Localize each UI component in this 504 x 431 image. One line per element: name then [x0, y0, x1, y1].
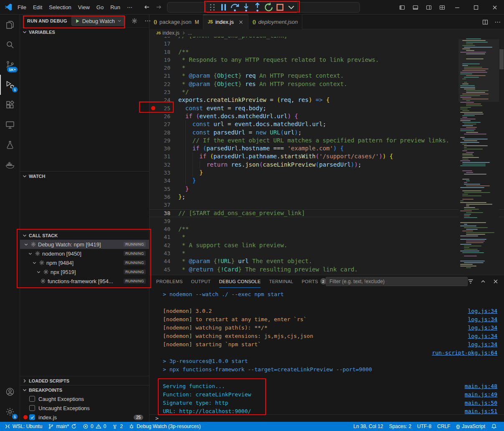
- gutter-glyph-margin[interactable]: [149, 120, 157, 128]
- console-source-link[interactable]: run-script-pkg.js:64: [432, 349, 497, 357]
- notifications[interactable]: [488, 422, 500, 431]
- encoding[interactable]: UTF-8: [414, 422, 434, 431]
- activity-settings[interactable]: 1: [0, 402, 20, 422]
- customize-layout-icon[interactable]: [439, 4, 446, 11]
- gutter-glyph-margin[interactable]: [149, 169, 157, 177]
- debug-console-input[interactable]: >: [149, 414, 504, 422]
- gutter-glyph-margin[interactable]: [149, 257, 157, 265]
- gutter-glyph-margin[interactable]: [149, 56, 157, 64]
- gutter-glyph-margin[interactable]: [149, 193, 157, 201]
- menu-run[interactable]: Run: [107, 3, 124, 12]
- gutter-glyph-margin[interactable]: [149, 88, 157, 96]
- remote-indicator[interactable]: WSL: Ubuntu: [2, 422, 45, 431]
- maximize-button[interactable]: [466, 0, 485, 15]
- menu-selection[interactable]: Selection: [46, 3, 74, 12]
- breakpoint-item[interactable]: Uncaught Exceptions: [20, 403, 149, 413]
- tab-package-json[interactable]: {}package.jsonM: [149, 15, 203, 29]
- breakpoint-checkbox[interactable]: [29, 405, 35, 411]
- activity-remote-explorer[interactable]: [0, 115, 20, 135]
- step-over-button[interactable]: [230, 3, 240, 12]
- views-more-icon[interactable]: ⋯: [144, 17, 151, 25]
- tab-deployment-json[interactable]: {}deployment.json: [248, 15, 302, 29]
- console-source-link[interactable]: log.js:34: [468, 324, 497, 332]
- activity-run-and-debug[interactable]: 1: [0, 75, 20, 95]
- filter-input[interactable]: [329, 279, 464, 284]
- menu-go[interactable]: Go: [93, 3, 107, 12]
- gutter-glyph-margin[interactable]: [149, 241, 157, 249]
- call-stack-session[interactable]: npx [9519]RUNNING: [20, 267, 149, 276]
- gutter-glyph-margin[interactable]: [149, 209, 157, 217]
- maximize-panel-icon[interactable]: [480, 278, 486, 285]
- panel-tab-terminal[interactable]: TERMINAL: [269, 275, 293, 288]
- section-variables[interactable]: VARIABLES: [20, 27, 149, 36]
- breadcrumb-file[interactable]: index.js: [162, 30, 180, 36]
- language-mode[interactable]: {}JavaScript: [453, 422, 488, 431]
- menu-more[interactable]: ⋯: [124, 3, 136, 12]
- step-out-button[interactable]: [252, 3, 263, 12]
- menu-edit[interactable]: Edit: [30, 3, 46, 12]
- restart-button[interactable]: [263, 3, 274, 12]
- gutter-glyph-margin[interactable]: [149, 80, 157, 88]
- gutter-glyph-margin[interactable]: [149, 177, 157, 185]
- activity-extensions[interactable]: [0, 95, 20, 115]
- console-source-link[interactable]: main.js:50: [465, 399, 497, 407]
- console-source-link[interactable]: log.js:34: [468, 315, 497, 324]
- editor-scrollbar[interactable]: [499, 49, 504, 69]
- close-window-button[interactable]: [485, 0, 504, 15]
- close-tab-icon[interactable]: [238, 19, 244, 25]
- back-icon[interactable]: [144, 4, 150, 10]
- call-stack-session[interactable]: Debug Watch: npm [9419]RUNNING: [20, 240, 149, 249]
- breakpoint-checkbox[interactable]: [29, 396, 35, 402]
- split-editor-icon[interactable]: [482, 19, 489, 25]
- open-launch-config-icon[interactable]: [131, 18, 138, 24]
- gutter-glyph-margin[interactable]: [149, 137, 157, 145]
- breakpoint-checkbox[interactable]: [29, 414, 35, 420]
- console-source-link[interactable]: main.js:49: [465, 390, 497, 399]
- debug-config-dropdown[interactable]: Debug Watch: [71, 16, 125, 26]
- section-loaded-scripts[interactable]: LOADED SCRIPTS: [20, 376, 149, 385]
- cursor-position[interactable]: Ln 38, Col 12: [350, 422, 386, 431]
- activity-account[interactable]: [0, 382, 20, 402]
- breadcrumb[interactable]: JS index.js ...: [149, 29, 504, 37]
- gutter-glyph-margin[interactable]: [149, 37, 157, 40]
- section-watch[interactable]: WATCH: [20, 171, 149, 180]
- gutter-glyph-margin[interactable]: [149, 64, 157, 72]
- code-editor[interactable]: 16// [START add_ons_preview_link]1718/**…: [149, 37, 504, 275]
- gutter-glyph-margin[interactable]: [149, 112, 157, 120]
- activity-testing[interactable]: [0, 135, 20, 155]
- console-source-link[interactable]: log.js:34: [468, 332, 497, 340]
- gutter-glyph-margin[interactable]: [149, 152, 157, 160]
- gutter-glyph-margin[interactable]: [149, 201, 157, 209]
- gutter-glyph-margin[interactable]: [149, 96, 157, 104]
- pause-button[interactable]: [218, 3, 229, 12]
- section-breakpoints[interactable]: BREAKPOINTS: [20, 385, 149, 394]
- indentation[interactable]: Spaces: 2: [386, 422, 414, 431]
- session-picker-button[interactable]: [286, 3, 296, 12]
- gutter-glyph-margin[interactable]: [149, 185, 157, 193]
- gutter-glyph-margin[interactable]: [149, 145, 157, 152]
- panel-tab-problems[interactable]: PROBLEMS: [156, 275, 183, 288]
- close-panel-icon[interactable]: [492, 278, 499, 285]
- panel-tab-output[interactable]: OUTPUT: [191, 275, 211, 288]
- menu-file[interactable]: File: [14, 3, 30, 12]
- tab-index-js[interactable]: JSindex.js: [203, 15, 248, 29]
- filter-icon[interactable]: [467, 278, 474, 285]
- gripper-button[interactable]: [207, 3, 218, 12]
- forwarded-ports[interactable]: 2: [109, 422, 126, 431]
- call-stack-session[interactable]: nodemon [9450]RUNNING: [20, 249, 149, 258]
- breadcrumb-more[interactable]: ...: [188, 30, 192, 36]
- panel-tab-debug-console[interactable]: DEBUG CONSOLE: [219, 275, 261, 288]
- minimize-button[interactable]: [448, 0, 466, 15]
- gutter-glyph-margin[interactable]: [149, 104, 157, 112]
- activity-docker[interactable]: [0, 155, 20, 175]
- toggle-panel-icon[interactable]: [412, 4, 419, 11]
- breakpoint-item[interactable]: Caught Exceptions: [20, 394, 149, 403]
- editor-more-icon[interactable]: ⋯: [494, 18, 501, 26]
- problems[interactable]: 00: [80, 422, 109, 431]
- section-call-stack[interactable]: CALL STACK: [20, 231, 149, 240]
- debug-session[interactable]: Debug Watch (3p-resources): [126, 422, 204, 431]
- activity-search[interactable]: [0, 35, 20, 55]
- call-stack-session[interactable]: functions-framework [954...RUNNING: [20, 276, 149, 286]
- minimap[interactable]: [458, 37, 499, 275]
- gutter-glyph-margin[interactable]: [149, 233, 157, 241]
